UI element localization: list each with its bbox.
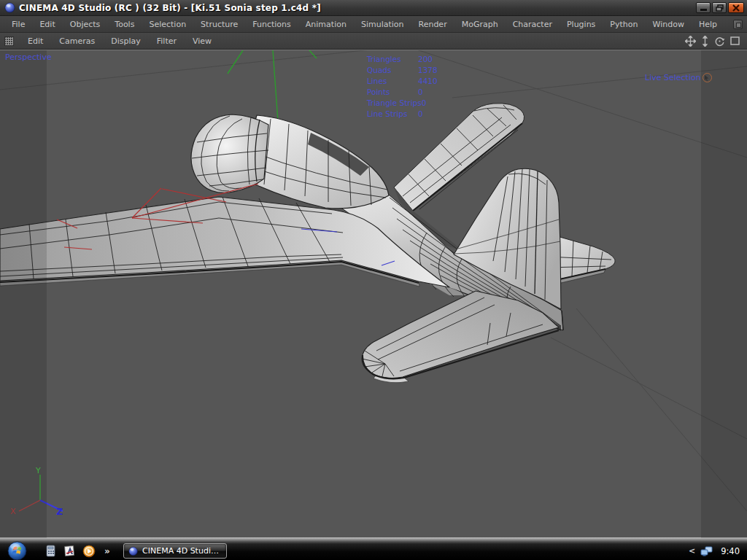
render-safe-band-left — [0, 50, 47, 538]
network-tray-icon[interactable] — [700, 545, 713, 557]
vp-menu-cameras[interactable]: Cameras — [51, 34, 103, 48]
rotate-view-icon[interactable] — [714, 36, 725, 47]
vp-menu-filter[interactable]: Filter — [149, 34, 185, 48]
close-icon — [732, 4, 740, 12]
start-button[interactable] — [7, 541, 27, 560]
zoom-view-icon[interactable] — [701, 36, 709, 47]
axis-x-label: X — [10, 507, 16, 516]
calculator-icon[interactable] — [44, 545, 57, 557]
stat-row: Triangles200 — [367, 53, 438, 64]
axis-z-label: Z — [56, 506, 63, 517]
quick-launch — [44, 545, 96, 558]
taskbar: » CINEMA 4D Studio ... < 9:40 — [0, 542, 747, 560]
restore-button[interactable] — [712, 2, 727, 13]
menu-tools[interactable]: Tools — [107, 18, 142, 31]
menu-help[interactable]: Help — [692, 18, 724, 31]
wireframe-airplane-model — [0, 50, 747, 538]
task-button-label: CINEMA 4D Studio ... — [142, 546, 222, 556]
menu-selection[interactable]: Selection — [142, 18, 193, 31]
vp-menu-view[interactable]: View — [185, 34, 220, 48]
taskbar-task-button[interactable]: CINEMA 4D Studio ... — [123, 543, 227, 559]
live-selection-cursor-icon — [703, 73, 712, 82]
vp-menu-edit[interactable]: Edit — [20, 34, 51, 48]
menu-render[interactable]: Render — [411, 18, 454, 31]
media-player-icon[interactable] — [82, 545, 96, 558]
main-menu-bar: File Edit Objects Tools Selection Struct… — [0, 16, 747, 33]
menu-edit[interactable]: Edit — [32, 18, 62, 31]
menu-simulation[interactable]: Simulation — [354, 18, 411, 31]
maximize-view-icon[interactable] — [730, 36, 740, 45]
viewport-toolbar: Edit Cameras Display Filter View — [0, 33, 747, 50]
vp-menu-display[interactable]: Display — [103, 34, 149, 48]
window-title: CINEMA 4D Studio (RC ) (32 Bit) - [Ki.51… — [19, 3, 321, 13]
menu-structure[interactable]: Structure — [193, 18, 245, 31]
stat-row: Line Strips0 — [367, 108, 438, 119]
stat-row: Points0 — [367, 86, 438, 97]
render-safe-band-right — [701, 50, 747, 538]
stat-row: Triangle Strips0 — [367, 97, 438, 108]
toolbar-grip-icon[interactable] — [4, 36, 14, 46]
graphics-app-icon[interactable] — [63, 545, 76, 557]
taskbar-clock: 9:40 — [718, 546, 740, 556]
stat-row: Quads1378 — [367, 64, 438, 75]
tray-expand-chevron[interactable]: < — [689, 546, 695, 556]
menu-character[interactable]: Character — [506, 18, 560, 31]
airplane-wireframe — [0, 104, 615, 383]
camera-label: Perspective — [5, 52, 52, 62]
axis-y-label: Y — [36, 466, 41, 475]
minimize-icon — [700, 9, 707, 11]
menu-file[interactable]: File — [4, 18, 32, 31]
green-axis-lines — [228, 50, 317, 121]
cinema4d-task-icon — [128, 546, 138, 556]
system-tray: < 9:40 — [689, 545, 747, 557]
layout-switch-icon[interactable] — [733, 20, 743, 29]
active-tool-hint: Live Selection — [645, 73, 712, 82]
desktop: CINEMA 4D Studio (RC ) (32 Bit) - [Ki.51… — [0, 0, 747, 560]
title-bar: CINEMA 4D Studio (RC ) (32 Bit) - [Ki.51… — [0, 0, 747, 16]
menu-plugins[interactable]: Plugins — [560, 18, 603, 31]
menu-objects[interactable]: Objects — [63, 18, 108, 31]
viewport-statistics: Triangles200 Quads1378 Lines4410 Points0… — [367, 53, 438, 119]
restore-icon — [716, 4, 724, 12]
cinema4d-app-icon — [4, 2, 15, 13]
minimize-button[interactable] — [696, 2, 711, 13]
menu-animation[interactable]: Animation — [298, 18, 354, 31]
viewport-canvas[interactable]: Perspective Triangles200 Quads1378 Lines… — [0, 50, 747, 538]
pan-view-icon[interactable] — [685, 36, 696, 47]
menu-functions[interactable]: Functions — [245, 18, 298, 31]
menu-window[interactable]: Window — [646, 18, 692, 31]
stat-row: Lines4410 — [367, 75, 438, 86]
menu-python[interactable]: Python — [603, 18, 645, 31]
menu-mograph[interactable]: MoGraph — [454, 18, 506, 31]
close-button[interactable] — [728, 2, 744, 13]
quick-launch-overflow-button[interactable]: » — [104, 546, 110, 556]
